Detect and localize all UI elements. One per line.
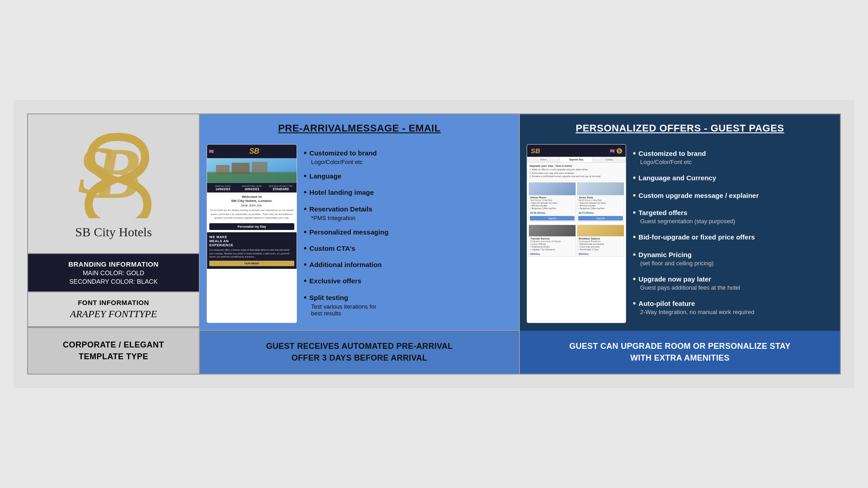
- guest-feature-title-language: Language and Currency: [633, 173, 833, 183]
- guest-services-grid: Transfer Service Collection and return t…: [527, 223, 626, 258]
- font-info-value: ARAPEY FONTTYPE: [33, 308, 194, 320]
- junior-room-info: Junior Suite Mini2 Room | King Bed • Enj…: [577, 195, 624, 215]
- tab-home: Home: [527, 157, 560, 162]
- svg-rect-4: [216, 165, 230, 174]
- svg-text:S: S: [77, 133, 115, 208]
- font-info-block: FONT INFORMATION ARAPEY FONTTYPE: [28, 292, 199, 327]
- how-it-works-title: Upgrade your stay - How it works: [529, 164, 623, 167]
- feature-title-cta: Custom CTA's: [304, 244, 512, 253]
- mockup-header: 🇬🇧 SB: [207, 145, 297, 158]
- svg-rect-6: [252, 162, 268, 174]
- welcome-name: Dear John Joe,: [209, 204, 294, 207]
- guest-feature-autopilot: Auto-pilot feature 2-Way Integration, no…: [633, 299, 833, 315]
- feature-exclusive: Exclusive offers: [304, 276, 512, 286]
- transfer-sub: Collection and return to Airport: [530, 240, 574, 243]
- guest-feature-title-upgrade-msg: Custom upgrade message / explainer: [633, 191, 833, 200]
- transfer-features: • Luxury Vehicles• Professional Drivers•…: [530, 243, 574, 252]
- departure-date: 16/04/2023: [238, 188, 266, 191]
- email-header: PRE-ARRIVALMESSAGE - EMAIL: [200, 114, 519, 140]
- email-content: 🇬🇧 SB: [200, 140, 519, 330]
- mockup-cta-button[interactable]: Personalize my Stay: [209, 223, 294, 230]
- transfer-service-image: [529, 225, 576, 236]
- secondary-color-label: SECONDARY COLOR: BLACK: [33, 278, 194, 285]
- feature-customized: Customized to brand Logo/Color/Font etc: [304, 148, 512, 165]
- guest-mockup-header: SB 🇬🇧 $: [527, 145, 626, 157]
- how-step-3: 3. Receive a confirmation email, upgrade…: [529, 175, 623, 178]
- font-info-title: FONT INFORMATION: [33, 299, 194, 306]
- branding-info-block: BRANDING INFORMATION MAIN COLOR: GOLD SE…: [28, 254, 199, 292]
- feature-sub-reservation: *PMS Integration: [304, 215, 512, 221]
- feature-landing-image: Hotel landing image: [304, 188, 512, 198]
- guest-feature-upgrade-later: Upgrade now pay later Guest pays additio…: [633, 274, 833, 291]
- feature-additional: Additional information: [304, 260, 512, 270]
- mockup-reservation: ARRIVAL DATE 14/04/2023 DEPARTURE DATE 1…: [207, 183, 297, 192]
- guest-feature-dynamic: Dynamic Pricing (set floor and ceiling p…: [633, 250, 833, 267]
- col2-footer: GUEST RECEIVES AUTOMATED PRE-ARRIVALOFFE…: [200, 330, 519, 373]
- junior-room-features: • Enjoy the fantastic city views• Mini-b…: [579, 202, 623, 211]
- mockup-logo: SB: [214, 147, 295, 155]
- room-card-deluxe: Deluxe Room 4in2 Room | King Bed • Enjoy…: [528, 182, 576, 222]
- feature-title-customized: Customized to brand: [304, 148, 512, 158]
- feature-sub-customized: Logo/Color/Font etc: [304, 159, 512, 165]
- promo-text: Our restaurant offers a diverse range of…: [209, 249, 294, 259]
- guest-rooms-grid: Deluxe Room 4in2 Room | King Bed • Enjoy…: [527, 181, 626, 223]
- guest-feature-upgrade-msg: Custom upgrade message / explainer: [633, 191, 833, 201]
- transfer-price: $80/day: [530, 253, 574, 255]
- email-footer-label: GUEST RECEIVES AUTOMATED PRE-ARRIVALOFFE…: [266, 342, 453, 362]
- deluxe-room-type: 4in2 Room | King Bed: [530, 199, 574, 202]
- how-step-1: 1. Make an offer on a room upgrade using…: [529, 168, 623, 172]
- main-grid: B S SB City Hotels BRANDING INFORMATION …: [27, 113, 841, 374]
- promo-title: WE MAKEMEALS ANEXPERIENCE: [209, 235, 294, 247]
- menu-button[interactable]: OUR MENU: [209, 261, 294, 266]
- feature-language: Language: [304, 171, 512, 182]
- guest-feature-title-targeted: Targeted offers: [633, 208, 833, 217]
- guest-feature-sub-customized: Logo/Color/Font etc: [633, 159, 833, 165]
- guest-feature-title-upgrade-later: Upgrade now pay later: [633, 274, 833, 284]
- guest-feature-sub-autopilot: 2-Way Integration, no manual work requir…: [633, 309, 833, 315]
- feature-title-additional: Additional information: [304, 260, 512, 269]
- breakfast-service-info: Breakfast Options Continental Breakfast …: [577, 236, 624, 256]
- deluxe-room-image: [529, 183, 576, 195]
- guest-how-it-works: Upgrade your stay - How it works 1. Make…: [527, 163, 626, 181]
- email-mockup: 🇬🇧 SB: [207, 144, 297, 323]
- hotel-logo: B S: [73, 128, 154, 218]
- hotel-name: SB City Hotels: [75, 225, 152, 239]
- guest-features-list: Customized to brand Logo/Color/Font etc …: [633, 144, 833, 323]
- mockup-welcome: Welcome toSM City Hotels, London. Dear J…: [207, 192, 297, 221]
- feature-messaging: Personalized messaging: [304, 227, 512, 238]
- col3-footer: GUEST CAN UPGRADE ROOM OR PERSONALIZE ST…: [520, 330, 840, 373]
- guest-footer-label: GUEST CAN UPGRADE ROOM OR PERSONALIZE ST…: [569, 342, 791, 362]
- breakfast-service-image: [577, 225, 624, 236]
- guest-feature-title-dynamic: Dynamic Pricing: [633, 250, 833, 259]
- svg-rect-7: [207, 173, 297, 183]
- guest-feature-sub-upgrade-later: Guest pays additional fees at the hotel: [633, 284, 833, 291]
- outer-wrapper: B S SB City Hotels BRANDING INFORMATION …: [14, 100, 854, 388]
- guest-feature-title-autopilot: Auto-pilot feature: [633, 299, 833, 308]
- mockup-hotel-image: [207, 158, 297, 183]
- col1-footer: CORPORATE / ELEGANTTEMPLATE TYPE: [28, 327, 199, 373]
- breakfast-features: • Baked breads and pastries• Fresh fruit…: [579, 243, 623, 252]
- guest-header: PERSONALIZED OFFERS - GUEST PAGES: [520, 114, 840, 140]
- junior-room-price: $274.00/day: [579, 211, 623, 214]
- guest-column: PERSONALIZED OFFERS - GUEST PAGES SB 🇬🇧 …: [520, 114, 840, 373]
- feature-title-reservation: Reservation Details: [304, 204, 512, 214]
- guest-mockup-logo: SB: [531, 147, 540, 155]
- welcome-title: Welcome toSM City Hotels, London.: [209, 195, 294, 203]
- feature-title-split: Split testing: [304, 293, 512, 302]
- email-features-list: Customized to brand Logo/Color/Font etc …: [304, 144, 512, 323]
- feature-reservation: Reservation Details *PMS Integration: [304, 204, 512, 221]
- feature-cta: Custom CTA's: [304, 244, 512, 254]
- guest-feature-targeted: Targeted offers Guest segmentation (stay…: [633, 208, 833, 225]
- deluxe-room-features: • Enjoy the fantastic city views• Mini-b…: [530, 202, 574, 211]
- guest-feature-language: Language and Currency: [633, 173, 833, 183]
- transfer-service-info: Transfer Service Collection and return t…: [529, 236, 576, 256]
- email-column: PRE-ARRIVALMESSAGE - EMAIL 🇬🇧 SB: [200, 114, 520, 373]
- guest-feature-sub-dynamic: (set floor and ceiling pricing): [633, 260, 833, 267]
- guest-feature-title-customized: Customized to brand: [633, 149, 833, 158]
- guest-feature-customized: Customized to brand Logo/Color/Font etc: [633, 149, 833, 165]
- template-type-label: CORPORATE / ELEGANTTEMPLATE TYPE: [63, 340, 164, 361]
- feature-title-landing: Hotel landing image: [304, 188, 512, 197]
- junior-upgrade-btn[interactable]: Upgrade: [578, 216, 623, 221]
- feature-title-language: Language: [304, 171, 512, 181]
- deluxe-upgrade-btn[interactable]: Upgrade: [530, 216, 575, 221]
